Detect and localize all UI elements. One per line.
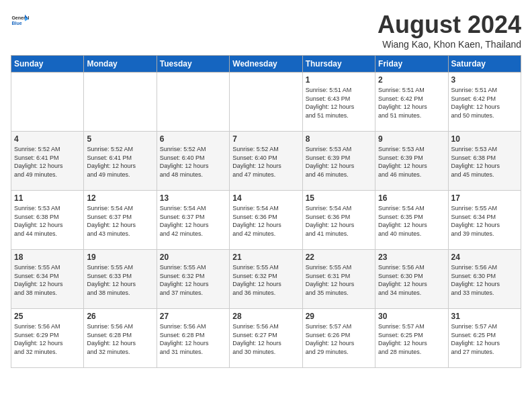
day-number: 1 — [306, 75, 372, 85]
day-cell-28: 28Sunrise: 5:56 AM Sunset: 6:27 PM Dayli… — [230, 309, 302, 368]
day-number: 5 — [87, 134, 153, 144]
header: General Blue August 2024 Wiang Kao, Khon… — [11, 11, 521, 50]
day-cell-16: 16Sunrise: 5:54 AM Sunset: 6:35 PM Dayli… — [375, 191, 448, 250]
day-info: Sunrise: 5:54 AM Sunset: 6:36 PM Dayligh… — [306, 204, 372, 238]
empty-cell — [157, 73, 229, 132]
calendar-header: SundayMondayTuesdayWednesdayThursdayFrid… — [11, 56, 521, 73]
day-number: 17 — [451, 193, 518, 203]
day-number: 15 — [306, 193, 372, 203]
day-number: 16 — [378, 193, 445, 203]
header-sunday: Sunday — [11, 56, 84, 73]
day-cell-15: 15Sunrise: 5:54 AM Sunset: 6:36 PM Dayli… — [302, 191, 375, 250]
header-tuesday: Tuesday — [157, 56, 229, 73]
day-info: Sunrise: 5:54 AM Sunset: 6:35 PM Dayligh… — [378, 204, 445, 238]
empty-cell — [84, 73, 157, 132]
day-info: Sunrise: 5:53 AM Sunset: 6:38 PM Dayligh… — [14, 204, 81, 238]
calendar-table: SundayMondayTuesdayWednesdayThursdayFrid… — [11, 55, 521, 368]
day-info: Sunrise: 5:53 AM Sunset: 6:39 PM Dayligh… — [306, 145, 372, 179]
day-cell-17: 17Sunrise: 5:55 AM Sunset: 6:34 PM Dayli… — [448, 191, 521, 250]
calendar-week-row: 25Sunrise: 5:56 AM Sunset: 6:29 PM Dayli… — [11, 309, 521, 368]
day-cell-2: 2Sunrise: 5:51 AM Sunset: 6:42 PM Daylig… — [375, 73, 448, 132]
day-number: 28 — [232, 312, 299, 321]
day-number: 8 — [306, 134, 372, 144]
header-friday: Friday — [375, 56, 448, 73]
day-number: 24 — [451, 253, 518, 262]
day-info: Sunrise: 5:51 AM Sunset: 6:43 PM Dayligh… — [306, 86, 372, 120]
logo: General Blue — [11, 11, 30, 30]
title-block: August 2024 Wiang Kao, Khon Kaen, Thaila… — [378, 11, 521, 50]
day-number: 9 — [378, 134, 445, 144]
day-number: 31 — [451, 312, 518, 321]
header-monday: Monday — [84, 56, 157, 73]
header-thursday: Thursday — [302, 56, 375, 73]
day-cell-22: 22Sunrise: 5:55 AM Sunset: 6:31 PM Dayli… — [302, 250, 375, 309]
day-info: Sunrise: 5:55 AM Sunset: 6:34 PM Dayligh… — [14, 263, 81, 297]
day-cell-5: 5Sunrise: 5:52 AM Sunset: 6:41 PM Daylig… — [84, 132, 157, 191]
day-number: 22 — [306, 253, 372, 262]
day-info: Sunrise: 5:51 AM Sunset: 6:42 PM Dayligh… — [378, 86, 445, 120]
day-cell-26: 26Sunrise: 5:56 AM Sunset: 6:28 PM Dayli… — [84, 309, 157, 368]
day-number: 18 — [14, 253, 81, 262]
day-number: 20 — [160, 253, 226, 262]
day-number: 29 — [306, 312, 372, 321]
day-info: Sunrise: 5:55 AM Sunset: 6:31 PM Dayligh… — [306, 263, 372, 297]
day-info: Sunrise: 5:57 AM Sunset: 6:25 PM Dayligh… — [451, 322, 518, 356]
day-number: 6 — [160, 134, 226, 144]
day-number: 2 — [378, 75, 445, 85]
day-info: Sunrise: 5:56 AM Sunset: 6:28 PM Dayligh… — [87, 322, 153, 356]
day-cell-20: 20Sunrise: 5:55 AM Sunset: 6:32 PM Dayli… — [157, 250, 229, 309]
month-year-title: August 2024 — [378, 11, 521, 39]
day-number: 14 — [232, 193, 299, 203]
day-cell-1: 1Sunrise: 5:51 AM Sunset: 6:43 PM Daylig… — [302, 73, 375, 132]
day-number: 21 — [232, 253, 299, 262]
day-cell-27: 27Sunrise: 5:56 AM Sunset: 6:28 PM Dayli… — [157, 309, 229, 368]
day-cell-7: 7Sunrise: 5:52 AM Sunset: 6:40 PM Daylig… — [230, 132, 302, 191]
day-number: 3 — [451, 75, 518, 85]
day-cell-4: 4Sunrise: 5:52 AM Sunset: 6:41 PM Daylig… — [11, 132, 84, 191]
day-number: 7 — [232, 134, 299, 144]
day-cell-21: 21Sunrise: 5:55 AM Sunset: 6:32 PM Dayli… — [230, 250, 302, 309]
header-wednesday: Wednesday — [230, 56, 302, 73]
day-info: Sunrise: 5:55 AM Sunset: 6:34 PM Dayligh… — [451, 204, 518, 238]
day-cell-19: 19Sunrise: 5:55 AM Sunset: 6:33 PM Dayli… — [84, 250, 157, 309]
day-cell-12: 12Sunrise: 5:54 AM Sunset: 6:37 PM Dayli… — [84, 191, 157, 250]
day-info: Sunrise: 5:56 AM Sunset: 6:27 PM Dayligh… — [232, 322, 299, 356]
day-number: 10 — [451, 134, 518, 144]
day-cell-24: 24Sunrise: 5:56 AM Sunset: 6:30 PM Dayli… — [448, 250, 521, 309]
day-info: Sunrise: 5:54 AM Sunset: 6:37 PM Dayligh… — [87, 204, 153, 238]
day-info: Sunrise: 5:54 AM Sunset: 6:37 PM Dayligh… — [160, 204, 226, 238]
calendar-week-row: 1Sunrise: 5:51 AM Sunset: 6:43 PM Daylig… — [11, 73, 521, 132]
day-info: Sunrise: 5:56 AM Sunset: 6:29 PM Dayligh… — [14, 322, 81, 356]
day-info: Sunrise: 5:52 AM Sunset: 6:41 PM Dayligh… — [87, 145, 153, 179]
day-number: 30 — [378, 312, 445, 321]
day-cell-30: 30Sunrise: 5:57 AM Sunset: 6:25 PM Dayli… — [375, 309, 448, 368]
empty-cell — [11, 73, 84, 132]
day-info: Sunrise: 5:55 AM Sunset: 6:32 PM Dayligh… — [232, 263, 299, 297]
day-cell-11: 11Sunrise: 5:53 AM Sunset: 6:38 PM Dayli… — [11, 191, 84, 250]
day-info: Sunrise: 5:57 AM Sunset: 6:26 PM Dayligh… — [306, 322, 372, 356]
day-info: Sunrise: 5:55 AM Sunset: 6:33 PM Dayligh… — [87, 263, 153, 297]
empty-cell — [230, 73, 302, 132]
day-info: Sunrise: 5:53 AM Sunset: 6:39 PM Dayligh… — [378, 145, 445, 179]
svg-text:Blue: Blue — [11, 21, 21, 26]
logo-icon: General Blue — [11, 11, 30, 30]
day-number: 4 — [14, 134, 81, 144]
calendar-week-row: 4Sunrise: 5:52 AM Sunset: 6:41 PM Daylig… — [11, 132, 521, 191]
day-cell-18: 18Sunrise: 5:55 AM Sunset: 6:34 PM Dayli… — [11, 250, 84, 309]
day-number: 19 — [87, 253, 153, 262]
day-number: 23 — [378, 253, 445, 262]
calendar-week-row: 18Sunrise: 5:55 AM Sunset: 6:34 PM Dayli… — [11, 250, 521, 309]
day-cell-23: 23Sunrise: 5:56 AM Sunset: 6:30 PM Dayli… — [375, 250, 448, 309]
day-cell-3: 3Sunrise: 5:51 AM Sunset: 6:42 PM Daylig… — [448, 73, 521, 132]
day-info: Sunrise: 5:54 AM Sunset: 6:36 PM Dayligh… — [232, 204, 299, 238]
calendar-week-row: 11Sunrise: 5:53 AM Sunset: 6:38 PM Dayli… — [11, 191, 521, 250]
day-cell-31: 31Sunrise: 5:57 AM Sunset: 6:25 PM Dayli… — [448, 309, 521, 368]
day-number: 12 — [87, 193, 153, 203]
day-info: Sunrise: 5:53 AM Sunset: 6:38 PM Dayligh… — [451, 145, 518, 179]
header-row: SundayMondayTuesdayWednesdayThursdayFrid… — [11, 56, 521, 73]
location-subtitle: Wiang Kao, Khon Kaen, Thailand — [378, 39, 521, 50]
day-cell-29: 29Sunrise: 5:57 AM Sunset: 6:26 PM Dayli… — [302, 309, 375, 368]
day-cell-14: 14Sunrise: 5:54 AM Sunset: 6:36 PM Dayli… — [230, 191, 302, 250]
day-cell-6: 6Sunrise: 5:52 AM Sunset: 6:40 PM Daylig… — [157, 132, 229, 191]
day-number: 26 — [87, 312, 153, 321]
